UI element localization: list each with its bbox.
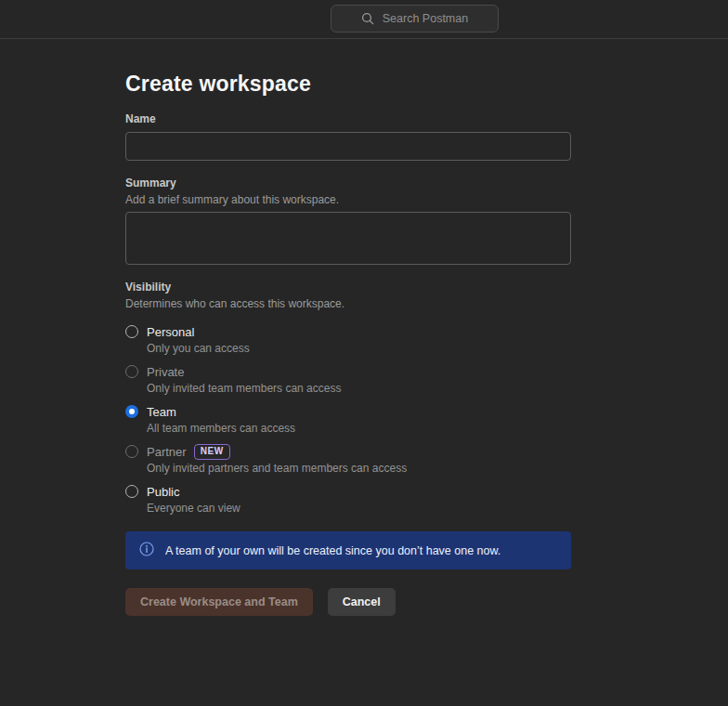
radio-unselected-icon[interactable]: [125, 325, 138, 338]
create-workspace-and-team-button[interactable]: Create Workspace and Team: [125, 588, 313, 616]
visibility-field: Visibility Determines who can access thi…: [125, 281, 571, 516]
radio-selected-icon[interactable]: [125, 405, 138, 418]
visibility-option-private[interactable]: Private Only invited team members can ac…: [125, 364, 571, 397]
option-label: Public: [147, 484, 179, 500]
option-label: Private: [147, 364, 184, 380]
option-label: Team: [147, 404, 176, 420]
name-input[interactable]: [125, 132, 571, 161]
summary-description: Add a brief summary about this workspace…: [125, 193, 571, 207]
option-label: Partner: [147, 444, 187, 460]
top-bar: Search Postman: [0, 0, 728, 39]
create-workspace-form: Create workspace Name Summary Add a brie…: [0, 71, 571, 616]
name-field: Name: [125, 112, 571, 161]
cancel-button[interactable]: Cancel: [328, 588, 396, 616]
form-actions: Create Workspace and Team Cancel: [125, 588, 571, 616]
search-placeholder-text: Search Postman: [383, 12, 468, 25]
visibility-description: Determines who can access this workspace…: [125, 297, 571, 311]
radio-unselected-icon[interactable]: [125, 485, 138, 498]
option-label: Personal: [147, 324, 194, 340]
global-search[interactable]: Search Postman: [331, 5, 499, 33]
name-label: Name: [125, 112, 571, 126]
new-badge: NEW: [194, 444, 230, 460]
option-description: Everyone can view: [147, 501, 240, 516]
visibility-option-partner[interactable]: Partner NEW Only invited partners and te…: [125, 444, 571, 477]
info-banner: A team of your own will be created since…: [125, 531, 571, 569]
info-icon: [139, 542, 154, 560]
banner-text: A team of your own will be created since…: [165, 544, 500, 557]
visibility-option-personal[interactable]: Personal Only you can access: [125, 324, 571, 357]
option-description: All team members can access: [147, 421, 295, 437]
option-description: Only invited team members can access: [147, 381, 341, 397]
summary-input[interactable]: [125, 212, 571, 265]
summary-label: Summary: [125, 176, 571, 190]
search-icon: [361, 12, 374, 25]
radio-unselected-icon[interactable]: [125, 365, 138, 378]
visibility-label: Visibility: [125, 281, 571, 294]
option-description: Only invited partners and team members c…: [147, 461, 407, 477]
visibility-option-public[interactable]: Public Everyone can view: [125, 484, 571, 516]
visibility-options: Personal Only you can access Private Onl…: [125, 324, 571, 516]
visibility-option-team[interactable]: Team All team members can access: [125, 404, 571, 437]
page-title: Create workspace: [125, 71, 571, 97]
option-description: Only you can access: [147, 341, 250, 357]
summary-field: Summary Add a brief summary about this w…: [125, 176, 571, 265]
radio-unselected-icon[interactable]: [125, 445, 138, 458]
